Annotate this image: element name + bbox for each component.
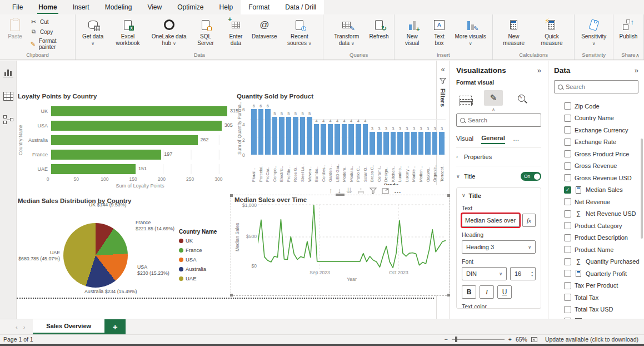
field-gross-revenue[interactable]: Gross Revenue xyxy=(554,160,638,172)
expand-filters-icon[interactable]: « xyxy=(441,65,445,73)
excel-workbook-button[interactable]: XExcel workbook xyxy=(108,16,147,48)
bar-row-uk[interactable]: UK315 xyxy=(24,104,236,118)
format-search-input[interactable] xyxy=(468,117,537,123)
zoom-slider[interactable] xyxy=(452,339,505,340)
title-toggle[interactable]: On xyxy=(521,172,541,181)
zoom-in-icon[interactable]: + xyxy=(508,336,512,343)
column-luxury[interactable]: 3 xyxy=(405,102,410,155)
resize-handle-bottom-left[interactable] xyxy=(230,294,233,296)
collapse-data-icon[interactable]: » xyxy=(635,66,638,75)
field-quarterly-profit[interactable]: Quarterly Profit xyxy=(554,268,638,280)
collapse-visualizations-icon[interactable]: » xyxy=(537,66,541,75)
new-visual-button[interactable]: +New visual xyxy=(398,16,426,48)
menu-tab-modeling[interactable]: Modeling xyxy=(97,0,140,14)
model-view-icon[interactable] xyxy=(3,115,13,124)
column-organic[interactable]: 3 xyxy=(432,102,438,155)
data-pane-scrollbar[interactable] xyxy=(641,139,643,239)
quick-measure-button[interactable]: ⚡Quick measure xyxy=(533,16,571,48)
bar-row-usa[interactable]: USA305 xyxy=(24,118,236,133)
menu-tab-help[interactable]: Help xyxy=(212,0,241,14)
go-to-next-level-icon[interactable]: ⇊ xyxy=(346,186,352,195)
format-tabs-more-icon[interactable]: … xyxy=(513,135,520,144)
properties-section-header[interactable]: › Properties xyxy=(456,147,541,166)
field-net-revenue-usd[interactable]: ∑Net Revenue USD xyxy=(554,208,638,220)
field-checkbox[interactable] xyxy=(564,294,571,301)
menu-tab-insert[interactable]: Insert xyxy=(65,0,97,14)
field-checkbox[interactable] xyxy=(564,246,571,253)
bar[interactable] xyxy=(51,150,161,160)
column-modula[interactable]: 4 xyxy=(348,102,354,155)
new-page-button[interactable]: + xyxy=(104,319,126,334)
column-bar[interactable] xyxy=(328,124,333,155)
menu-tab-file[interactable]: File xyxy=(4,0,31,14)
fx-button[interactable]: fx xyxy=(522,214,536,227)
bar[interactable] xyxy=(51,121,222,131)
more-visuals-button[interactable]: ✎More visuals ∨ xyxy=(452,16,489,48)
legend-item-australia[interactable]: Australia xyxy=(179,266,217,272)
italic-button[interactable]: I xyxy=(480,285,494,299)
column-led-gar[interactable]: 4 xyxy=(335,102,340,155)
bar-row-uae[interactable]: UAE151 xyxy=(24,162,236,176)
column-brass-c[interactable]: 3 xyxy=(370,102,375,155)
column-motion[interactable]: 3 xyxy=(418,102,424,155)
zoom-out-icon[interactable]: − xyxy=(445,336,448,343)
field-checkbox[interactable] xyxy=(564,270,571,277)
page-tab-sales-overview[interactable]: Sales Overview xyxy=(33,319,104,334)
resize-handle-top[interactable] xyxy=(336,194,345,196)
sql-server-button[interactable]: SQL Server xyxy=(191,16,221,48)
column-bar[interactable] xyxy=(265,109,271,155)
column-solar-o[interactable]: 4 xyxy=(363,102,368,155)
column-design[interactable]: 3 xyxy=(383,102,389,155)
field-checkbox[interactable] xyxy=(564,186,571,194)
field-checkbox[interactable] xyxy=(564,174,571,181)
column-procar[interactable]: 6 xyxy=(265,102,271,155)
column-rose-g[interactable]: 5 xyxy=(293,102,298,155)
field-checkbox[interactable] xyxy=(564,198,571,205)
bar[interactable] xyxy=(51,106,227,116)
field-checkbox[interactable] xyxy=(564,162,571,170)
update-available-link[interactable]: Update available (click to download) xyxy=(545,336,638,343)
bar[interactable] xyxy=(51,164,136,174)
bar-row-australia[interactable]: Australia262 xyxy=(24,133,236,147)
zoom-slider-knob[interactable] xyxy=(455,337,457,342)
field-product-category[interactable]: Product Category xyxy=(554,220,638,232)
column-bar[interactable] xyxy=(439,132,445,155)
filter-icon[interactable] xyxy=(370,187,377,194)
column-bar[interactable] xyxy=(307,117,312,155)
column-bambo[interactable]: 4 xyxy=(314,102,319,155)
field-checkbox[interactable] xyxy=(564,222,571,229)
field-checkbox[interactable] xyxy=(564,150,571,157)
focus-mode-icon[interactable] xyxy=(382,187,389,194)
field-checkbox[interactable] xyxy=(564,102,571,110)
copy-button[interactable]: ⧉Copy xyxy=(28,27,72,36)
fit-to-page-icon[interactable] xyxy=(531,337,537,342)
refresh-button[interactable]: ↻Refresh xyxy=(367,16,391,41)
column-steel-la[interactable]: 5 xyxy=(300,102,306,155)
format-visual-icon[interactable]: ✎ xyxy=(484,90,503,106)
analytics-icon[interactable] xyxy=(512,90,531,106)
transform-data-button[interactable]: ✎Transform data ∨ xyxy=(327,16,366,48)
column-cerami[interactable]: 3 xyxy=(377,102,382,155)
pie-chart[interactable] xyxy=(63,223,128,288)
column-garden[interactable]: 4 xyxy=(328,102,333,155)
field-total-tax-usd[interactable]: Total Tax USD xyxy=(554,304,638,316)
report-view-icon[interactable] xyxy=(3,68,13,77)
column-bar[interactable] xyxy=(348,124,354,155)
field-exchange-currency[interactable]: Exchange Currency xyxy=(554,124,638,136)
column-lumino[interactable]: 3 xyxy=(397,102,403,155)
spinner-arrows-icon[interactable]: ▴▾ xyxy=(531,270,533,277)
report-canvas[interactable]: Loyalty Points by Country Country Name U… xyxy=(17,61,436,319)
column-bar[interactable] xyxy=(314,124,319,155)
column-bar[interactable] xyxy=(370,132,375,155)
column-bar[interactable] xyxy=(279,117,284,155)
previous-page-icon[interactable]: ‹ xyxy=(16,324,18,330)
format-painter-button[interactable]: ✎Format painter xyxy=(28,37,72,51)
column-woven[interactable]: 5 xyxy=(307,102,312,155)
column-bar[interactable] xyxy=(432,132,438,155)
menu-tab-view[interactable]: View xyxy=(139,0,169,14)
column-bar[interactable] xyxy=(293,117,298,155)
visual-median-sales-distribution[interactable]: Median Sales Distribution by Country UK … xyxy=(18,197,236,295)
menu-tab-format[interactable]: Format xyxy=(241,0,277,14)
visual-quantity-sold-by-product[interactable]: Quantity Sold by Product Sum of Quantity… xyxy=(237,93,446,194)
column-oakwo[interactable]: 3 xyxy=(425,102,431,155)
